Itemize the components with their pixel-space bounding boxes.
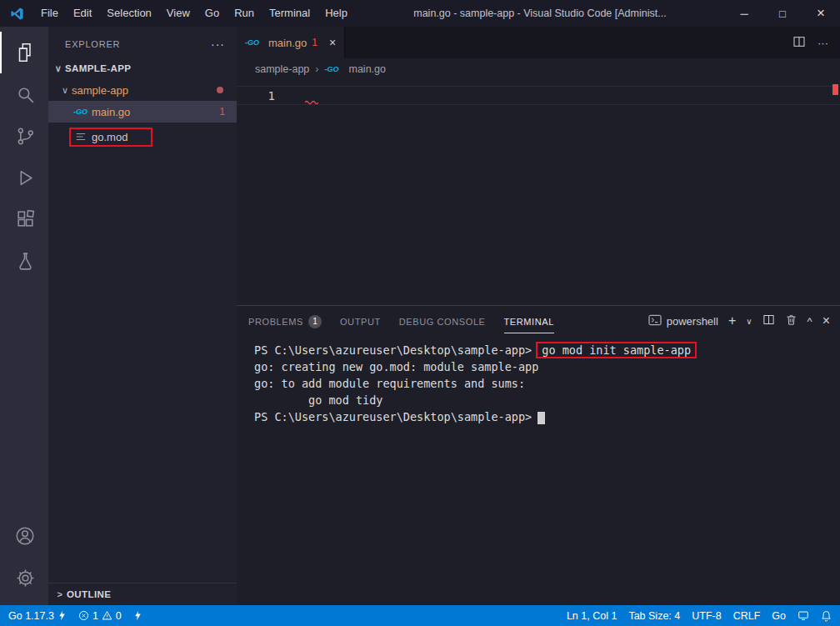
workspace-root[interactable]: ∨ SAMPLE-APP xyxy=(48,58,237,79)
notifications-bell-icon[interactable] xyxy=(815,605,840,626)
breadcrumb-separator-icon: › xyxy=(315,63,318,75)
go-file-icon: -GO xyxy=(325,65,339,73)
vscode-window: File Edit Selection View Go Run Terminal… xyxy=(0,0,840,626)
extensions-icon[interactable] xyxy=(0,198,48,240)
close-panel-icon[interactable]: × xyxy=(822,313,830,328)
terminal-prompt: PS C:\Users\azureuser\Desktop\sample-app… xyxy=(254,343,532,357)
annotation-box-go-mod: go.mod xyxy=(69,128,152,147)
tab-close-icon[interactable]: × xyxy=(329,36,336,49)
tab-debug-console[interactable]: DEBUG CONSOLE xyxy=(399,309,486,333)
editor-more-actions-icon[interactable]: ··· xyxy=(818,37,828,49)
workspace-label: SAMPLE-APP xyxy=(65,63,131,73)
line-number: 1 xyxy=(237,89,275,103)
annotation-box-command: go mod init sample-app xyxy=(536,342,697,358)
remote-indicator-icon[interactable] xyxy=(792,605,815,626)
chevron-down-icon: ∨ xyxy=(58,85,72,96)
eol-status[interactable]: CRLF xyxy=(728,605,767,626)
explorer-icon[interactable] xyxy=(0,32,48,73)
panel-header: PROBLEMS 1 OUTPUT DEBUG CONSOLE TERMINAL xyxy=(237,306,840,336)
source-control-icon[interactable] xyxy=(0,115,48,157)
terminal-dropdown-icon[interactable]: ∨ xyxy=(746,317,752,326)
testing-icon[interactable] xyxy=(0,240,48,282)
terminal-output-line: go: creating new go.mod: module sample-a… xyxy=(254,358,840,375)
tab-error-badge: 1 xyxy=(312,37,318,48)
split-editor-icon[interactable] xyxy=(792,35,806,51)
kill-terminal-icon[interactable] xyxy=(785,313,798,328)
editor-area: -GO main.go 1 × ··· sample-app › -GO mai… xyxy=(237,27,840,605)
terminal-line-command: PS C:\Users\azureuser\Desktop\sample-app… xyxy=(254,342,840,358)
vscode-logo-icon xyxy=(0,7,33,21)
folder-sample-app[interactable]: ∨ sample-app xyxy=(48,79,237,101)
outline-label: OUTLINE xyxy=(67,589,111,599)
shell-label: powershell xyxy=(667,315,718,328)
split-terminal-icon[interactable] xyxy=(762,313,775,328)
new-terminal-icon[interactable]: + xyxy=(728,313,736,328)
editor-content[interactable]: 1 xyxy=(237,80,840,305)
menu-terminal[interactable]: Terminal xyxy=(262,0,318,27)
tab-size-status[interactable]: Tab Size: 4 xyxy=(622,605,686,626)
error-count-badge: 1 xyxy=(219,106,225,118)
menu-help[interactable]: Help xyxy=(318,0,355,27)
file-main-go[interactable]: -GO main.go 1 xyxy=(48,101,237,123)
account-icon[interactable] xyxy=(0,515,48,557)
folder-label: sample-app xyxy=(72,84,128,97)
outline-section[interactable]: > OUTLINE xyxy=(48,583,237,605)
problems-count-badge: 1 xyxy=(308,315,322,328)
modified-dot-icon xyxy=(217,87,223,93)
breadcrumb[interactable]: sample-app › -GO main.go xyxy=(237,58,840,80)
tab-problems[interactable]: PROBLEMS 1 xyxy=(248,308,322,335)
menu-view[interactable]: View xyxy=(159,0,198,27)
tab-label: main.go xyxy=(268,37,307,49)
menu-go[interactable]: Go xyxy=(198,0,227,27)
breadcrumb-folder[interactable]: sample-app xyxy=(255,63,309,75)
problems-status[interactable]: 1 0 xyxy=(72,605,128,626)
file-go-mod[interactable]: go.mod xyxy=(48,123,237,151)
file-tree: ∨ SAMPLE-APP ∨ sample-app -GO main.go 1 xyxy=(48,58,237,151)
search-icon[interactable] xyxy=(0,73,48,115)
explorer-more-actions-icon[interactable]: ··· xyxy=(211,38,225,51)
menu-file[interactable]: File xyxy=(33,0,66,27)
language-mode-status[interactable]: Go xyxy=(766,605,792,626)
file-label: main.go xyxy=(92,106,130,118)
warning-icon xyxy=(102,610,112,621)
editor-tab-bar: -GO main.go 1 × ··· xyxy=(237,27,840,58)
menu-edit[interactable]: Edit xyxy=(66,0,99,27)
terminal-output-line: go: to add module requirements and sums: xyxy=(254,375,840,392)
terminal-output-line: go mod tidy xyxy=(254,392,840,408)
window-controls: ─ □ × xyxy=(725,0,840,27)
go-file-icon: -GO xyxy=(245,38,259,47)
window-title: main.go - sample-app - Visual Studio Cod… xyxy=(355,8,725,19)
terminal-line-prompt: PS C:\Users\azureuser\Desktop\sample-app… xyxy=(254,408,840,425)
close-button[interactable]: × xyxy=(802,0,840,27)
encoding-status[interactable]: UTF-8 xyxy=(686,605,727,626)
go-version-status[interactable]: Go 1.17.3 xyxy=(0,605,72,626)
activity-bar xyxy=(0,27,48,605)
chevron-right-icon: > xyxy=(53,589,67,599)
terminal-shell-selector[interactable]: powershell xyxy=(648,314,718,328)
cursor-position-status[interactable]: Ln 1, Col 1 xyxy=(561,605,622,626)
maximize-button[interactable]: □ xyxy=(763,0,802,27)
go-file-icon: -GO xyxy=(73,108,88,116)
menu-selection[interactable]: Selection xyxy=(99,0,158,27)
tab-output[interactable]: OUTPUT xyxy=(340,309,381,333)
code-line-1: 1 xyxy=(237,86,840,105)
go-version-label: Go 1.17.3 xyxy=(8,610,54,622)
terminal-prompt: PS C:\Users\azureuser\Desktop\sample-app… xyxy=(254,410,532,423)
lightning-icon xyxy=(58,610,67,621)
terminal-content[interactable]: PS C:\Users\azureuser\Desktop\sample-app… xyxy=(237,336,840,605)
tab-terminal[interactable]: TERMINAL xyxy=(504,309,554,333)
settings-gear-icon[interactable] xyxy=(0,557,48,598)
maximize-panel-icon[interactable]: ^ xyxy=(808,315,812,328)
tab-main-go[interactable]: -GO main.go 1 × xyxy=(237,27,345,58)
minimize-button[interactable]: ─ xyxy=(725,0,763,27)
menu-run[interactable]: Run xyxy=(227,0,262,27)
bottom-panel: PROBLEMS 1 OUTPUT DEBUG CONSOLE TERMINAL xyxy=(237,305,840,605)
run-debug-icon[interactable] xyxy=(0,157,48,198)
go-mod-file-icon xyxy=(75,131,87,143)
error-count: 1 xyxy=(92,610,98,622)
breadcrumb-file[interactable]: main.go xyxy=(349,63,386,75)
debug-bolt-status[interactable] xyxy=(128,605,148,626)
terminal-cursor xyxy=(538,412,545,424)
error-icon xyxy=(78,610,89,621)
sidebar-title: EXPLORER xyxy=(65,39,120,49)
